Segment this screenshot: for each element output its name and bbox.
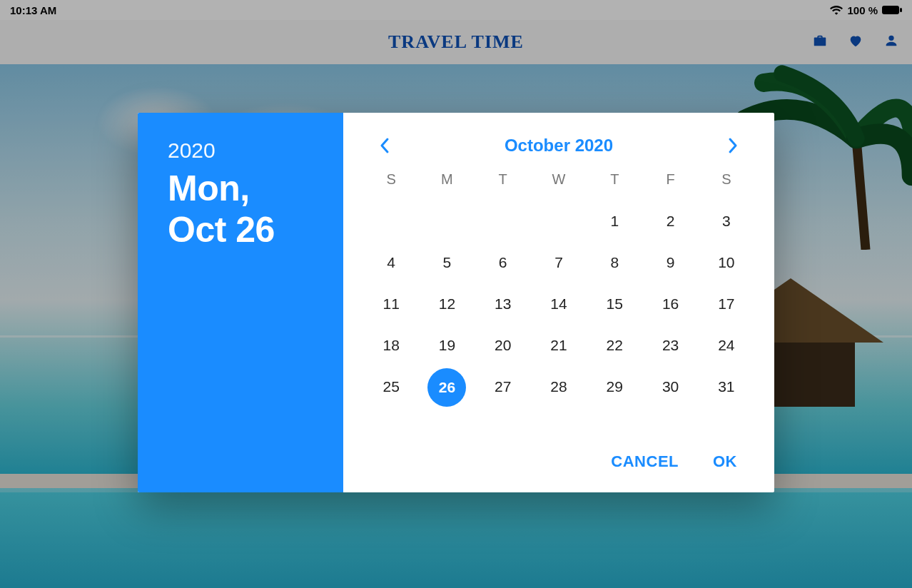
calendar-day[interactable]: 14	[531, 292, 587, 316]
calendar-day[interactable]: 19	[419, 333, 475, 358]
weekday-header: T	[475, 171, 531, 192]
calendar-day[interactable]: 6	[475, 250, 531, 275]
month-year-label[interactable]: October 2020	[505, 136, 613, 156]
weekday-header: M	[419, 171, 475, 192]
cancel-button[interactable]: CANCEL	[611, 452, 679, 471]
calendar-day[interactable]: 10	[699, 250, 754, 275]
calendar-day[interactable]: 2	[642, 209, 698, 233]
calendar-day[interactable]: 22	[587, 333, 642, 358]
calendar-day-empty	[475, 209, 531, 233]
calendar-day[interactable]: 21	[531, 333, 587, 358]
calendar-day[interactable]: 8	[587, 250, 642, 275]
calendar-day[interactable]: 26	[419, 375, 475, 399]
calendar-day[interactable]: 29	[587, 375, 642, 399]
calendar-day[interactable]: 3	[699, 209, 754, 233]
calendar-day[interactable]: 12	[419, 292, 475, 316]
calendar-day[interactable]: 18	[363, 333, 419, 358]
weekday-header: S	[699, 171, 754, 192]
ok-button[interactable]: OK	[713, 452, 737, 471]
calendar-day[interactable]: 15	[587, 292, 642, 316]
selected-year[interactable]: 2020	[168, 138, 323, 163]
calendar-day[interactable]: 23	[642, 333, 698, 358]
calendar-day[interactable]: 11	[363, 292, 419, 316]
calendar-day-empty	[419, 209, 475, 233]
calendar-day[interactable]: 1	[587, 209, 642, 233]
calendar-day[interactable]: 24	[699, 333, 754, 358]
calendar-day[interactable]: 28	[531, 375, 587, 399]
calendar-day[interactable]: 30	[642, 375, 698, 399]
date-picker-modal: 2020 Mon,Oct 26 October 2020 SMTWTFS1234…	[138, 113, 774, 492]
weekday-header: W	[531, 171, 587, 192]
next-month-button[interactable]	[723, 133, 743, 158]
calendar-grid: SMTWTFS123456789101112131415161718192021…	[343, 167, 774, 438]
calendar-day[interactable]: 9	[642, 250, 698, 275]
calendar-day-empty	[363, 209, 419, 233]
prev-month-button[interactable]	[375, 133, 395, 158]
weekday-header: S	[363, 171, 419, 192]
calendar-day[interactable]: 27	[475, 375, 531, 399]
date-picker-header: 2020 Mon,Oct 26	[138, 113, 343, 492]
calendar-day[interactable]: 5	[419, 250, 475, 275]
calendar-day-empty	[531, 209, 587, 233]
weekday-header: T	[587, 171, 642, 192]
calendar-day[interactable]: 25	[363, 375, 419, 399]
calendar-day[interactable]: 7	[531, 250, 587, 275]
calendar-day[interactable]: 4	[363, 250, 419, 275]
calendar-day[interactable]: 16	[642, 292, 698, 316]
calendar-day[interactable]: 17	[699, 292, 754, 316]
weekday-header: F	[642, 171, 698, 192]
calendar-day[interactable]: 13	[475, 292, 531, 316]
calendar-day[interactable]: 31	[699, 375, 754, 399]
selected-date-display[interactable]: Mon,Oct 26	[168, 168, 323, 250]
calendar-day[interactable]: 20	[475, 333, 531, 358]
